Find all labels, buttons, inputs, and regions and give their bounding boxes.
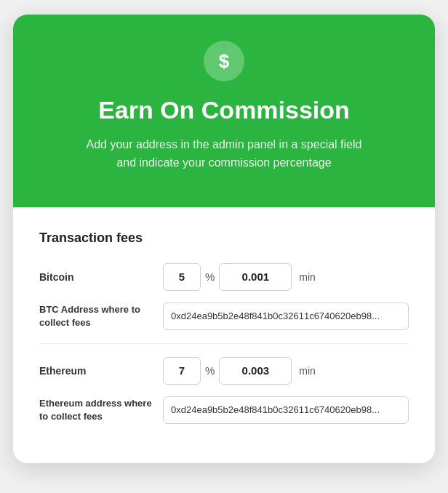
bitcoin-percent-symbol: % xyxy=(205,270,215,283)
ethereum-fee-row: Ethereum % min xyxy=(39,357,409,385)
ethereum-min-input[interactable] xyxy=(219,357,292,385)
ethereum-min-label: min xyxy=(299,365,316,377)
ethereum-label: Ethereum xyxy=(39,365,156,377)
bitcoin-min-input[interactable] xyxy=(219,263,292,291)
bottom-section: Transaction fees Bitcoin % min BTC Addre… xyxy=(13,207,435,463)
ethereum-percent-symbol: % xyxy=(205,364,215,377)
divider xyxy=(39,343,409,344)
main-title: Earn On Commission xyxy=(42,96,406,124)
section-title: Transaction fees xyxy=(39,231,409,246)
main-card: $ Earn On Commission Add your address in… xyxy=(13,15,435,463)
bitcoin-percent-input[interactable] xyxy=(163,263,201,291)
eth-address-input[interactable] xyxy=(163,396,409,424)
bitcoin-fee-row: Bitcoin % min xyxy=(39,263,409,291)
dollar-icon-wrap: $ xyxy=(204,41,244,81)
bitcoin-fee-inputs: % min xyxy=(163,263,316,291)
dollar-icon: $ xyxy=(219,50,229,73)
top-section: $ Earn On Commission Add your address in… xyxy=(13,15,435,207)
eth-address-label: Ethereum address where to collect fees xyxy=(39,397,156,423)
btc-address-input[interactable] xyxy=(163,302,409,330)
ethereum-percent-input[interactable] xyxy=(163,357,201,385)
subtitle-text: Add your address in the admin panel in a… xyxy=(86,136,362,172)
btc-address-label: BTC Address where to collect fees xyxy=(39,303,156,329)
eth-address-row: Ethereum address where to collect fees xyxy=(39,396,409,424)
bitcoin-min-label: min xyxy=(299,271,316,283)
bitcoin-label: Bitcoin xyxy=(39,271,156,283)
ethereum-fee-inputs: % min xyxy=(163,357,316,385)
btc-address-row: BTC Address where to collect fees xyxy=(39,302,409,330)
